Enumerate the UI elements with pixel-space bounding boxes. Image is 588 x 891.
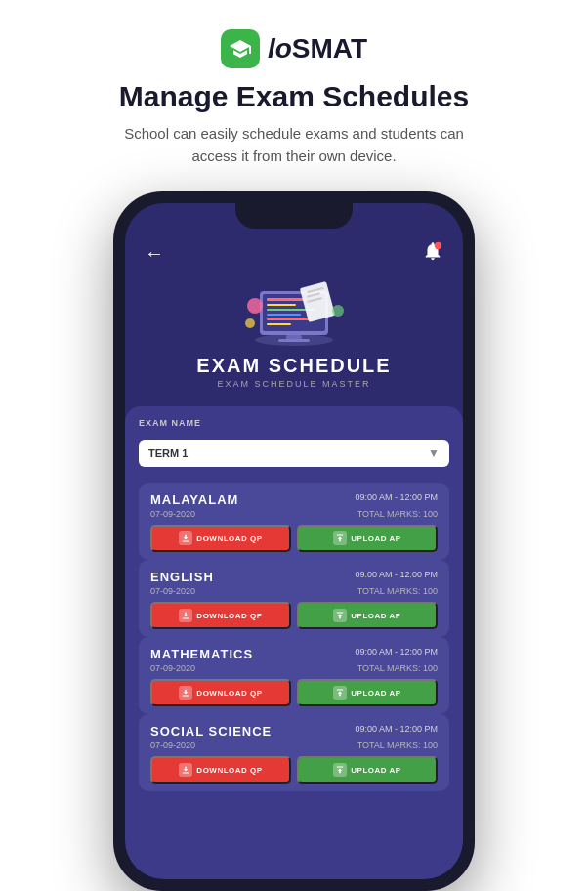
subject-name: MALAYALAM	[150, 492, 238, 507]
download-button-label: DOWNLOAD QP	[196, 534, 262, 543]
phone-screen: ←	[125, 203, 463, 879]
exam-screen-subtitle: EXAM SCHEDULE MASTER	[217, 379, 370, 389]
subject-marks: TOTAL MARKS: 100	[357, 586, 438, 596]
svg-rect-26	[337, 766, 343, 767]
subject-card: ENGLISH 09:00 AM - 12:00 PM 07-09-2020 T…	[139, 560, 449, 637]
term-dropdown[interactable]: TERM 1 ▼	[139, 440, 449, 467]
upload-button-label: UPLOAD AP	[351, 766, 400, 775]
subject-date: 07-09-2020	[150, 586, 195, 596]
logo-text: loSMAT	[268, 33, 367, 64]
logo-area: loSMAT	[221, 29, 367, 68]
download-qp-button[interactable]: DOWNLOAD QP	[150, 525, 291, 552]
subject-time: 09:00 AM - 12:00 PM	[355, 492, 438, 502]
notification-bell-icon[interactable]	[422, 240, 443, 267]
upload-icon	[333, 763, 347, 777]
upload-button-label: UPLOAD AP	[351, 689, 400, 698]
subject-meta-row: 07-09-2020 TOTAL MARKS: 100	[150, 741, 438, 750]
exam-hero-illustration	[235, 276, 353, 355]
upload-ap-button[interactable]: UPLOAD AP	[297, 525, 438, 552]
svg-rect-23	[183, 695, 189, 696]
download-icon	[179, 763, 192, 777]
subject-name: SOCIAL SCIENCE	[150, 724, 272, 739]
graduation-icon	[229, 37, 252, 61]
upload-icon	[333, 531, 347, 545]
page-subtitle: School can easily schedule exams and stu…	[108, 123, 480, 167]
download-icon	[179, 531, 192, 545]
download-qp-button[interactable]: DOWNLOAD QP	[150, 679, 291, 706]
page-header: loSMAT Manage Exam Schedules School can …	[0, 0, 588, 177]
upload-icon	[333, 609, 347, 622]
subject-info-row: MATHEMATICS 09:00 AM - 12:00 PM	[150, 647, 438, 661]
logo-smat: SMAT	[292, 33, 367, 64]
exam-name-label: EXAM NAME	[139, 418, 449, 428]
subject-time: 09:00 AM - 12:00 PM	[355, 647, 438, 657]
term-select-value: TERM 1	[148, 447, 188, 459]
upload-button-label: UPLOAD AP	[351, 534, 400, 543]
svg-rect-15	[278, 339, 310, 342]
subject-card: MATHEMATICS 09:00 AM - 12:00 PM 07-09-20…	[139, 637, 449, 714]
subjects-list: MALAYALAM 09:00 AM - 12:00 PM 07-09-2020…	[139, 483, 449, 791]
upload-ap-button[interactable]: UPLOAD AP	[297, 756, 438, 784]
download-button-label: DOWNLOAD QP	[196, 612, 262, 620]
chevron-down-icon: ▼	[428, 446, 440, 460]
download-button-label: DOWNLOAD QP	[196, 766, 262, 775]
subject-time: 09:00 AM - 12:00 PM	[355, 570, 438, 579]
screen-content-area: EXAM NAME TERM 1 ▼ MALAYALAM 09:00 AM - …	[125, 406, 463, 879]
upload-ap-button[interactable]: UPLOAD AP	[297, 679, 438, 706]
phone-inner-shell: ←	[125, 203, 463, 879]
exam-screen-title: EXAM SCHEDULE	[196, 355, 391, 377]
logo-icon	[221, 29, 260, 68]
subject-marks: TOTAL MARKS: 100	[357, 509, 438, 519]
svg-rect-7	[267, 314, 301, 316]
subject-card: MALAYALAM 09:00 AM - 12:00 PM 07-09-2020…	[139, 483, 449, 560]
download-qp-button[interactable]: DOWNLOAD QP	[150, 756, 291, 784]
upload-icon	[333, 686, 347, 700]
svg-point-18	[332, 305, 344, 317]
subject-meta-row: 07-09-2020 TOTAL MARKS: 100	[150, 586, 438, 596]
svg-rect-25	[183, 772, 189, 773]
download-icon	[179, 686, 192, 700]
subject-time: 09:00 AM - 12:00 PM	[355, 724, 438, 734]
svg-point-0	[435, 242, 441, 249]
svg-rect-22	[337, 612, 343, 613]
phone-notch	[235, 203, 353, 229]
subject-info-row: MALAYALAM 09:00 AM - 12:00 PM	[150, 492, 438, 507]
svg-rect-9	[267, 323, 291, 325]
download-button-label: DOWNLOAD QP	[196, 689, 262, 698]
subject-actions: DOWNLOAD QP UPLOAD AP	[150, 525, 438, 552]
svg-point-17	[245, 318, 255, 328]
svg-rect-19	[183, 540, 189, 541]
subject-actions: DOWNLOAD QP UPLOAD AP	[150, 602, 438, 629]
svg-rect-4	[267, 298, 306, 301]
subject-date: 07-09-2020	[150, 663, 195, 673]
subject-actions: DOWNLOAD QP UPLOAD AP	[150, 679, 438, 706]
back-button[interactable]: ←	[145, 242, 164, 265]
upload-ap-button[interactable]: UPLOAD AP	[297, 602, 438, 629]
phone-mockup: ←	[113, 191, 475, 891]
upload-button-label: UPLOAD AP	[351, 612, 400, 620]
screen-hero: EXAM SCHEDULE EXAM SCHEDULE MASTER	[125, 276, 463, 399]
svg-rect-5	[267, 304, 296, 306]
subject-name: MATHEMATICS	[150, 647, 253, 661]
subject-actions: DOWNLOAD QP UPLOAD AP	[150, 756, 438, 784]
svg-rect-8	[267, 318, 311, 320]
svg-rect-20	[337, 534, 343, 535]
subject-marks: TOTAL MARKS: 100	[357, 741, 438, 750]
subject-info-row: ENGLISH 09:00 AM - 12:00 PM	[150, 570, 438, 584]
svg-rect-21	[183, 617, 189, 618]
logo-lo: lo	[268, 33, 292, 64]
subject-date: 07-09-2020	[150, 741, 195, 750]
subject-info-row: SOCIAL SCIENCE 09:00 AM - 12:00 PM	[150, 724, 438, 739]
page-title: Manage Exam Schedules	[119, 80, 469, 113]
subject-meta-row: 07-09-2020 TOTAL MARKS: 100	[150, 663, 438, 673]
subject-name: ENGLISH	[150, 570, 214, 584]
subject-card: SOCIAL SCIENCE 09:00 AM - 12:00 PM 07-09…	[139, 714, 449, 791]
subject-marks: TOTAL MARKS: 100	[357, 663, 438, 673]
subject-date: 07-09-2020	[150, 509, 195, 519]
subject-meta-row: 07-09-2020 TOTAL MARKS: 100	[150, 509, 438, 519]
download-qp-button[interactable]: DOWNLOAD QP	[150, 602, 291, 629]
svg-rect-24	[337, 689, 343, 690]
svg-point-16	[247, 298, 263, 314]
download-icon	[179, 609, 192, 622]
